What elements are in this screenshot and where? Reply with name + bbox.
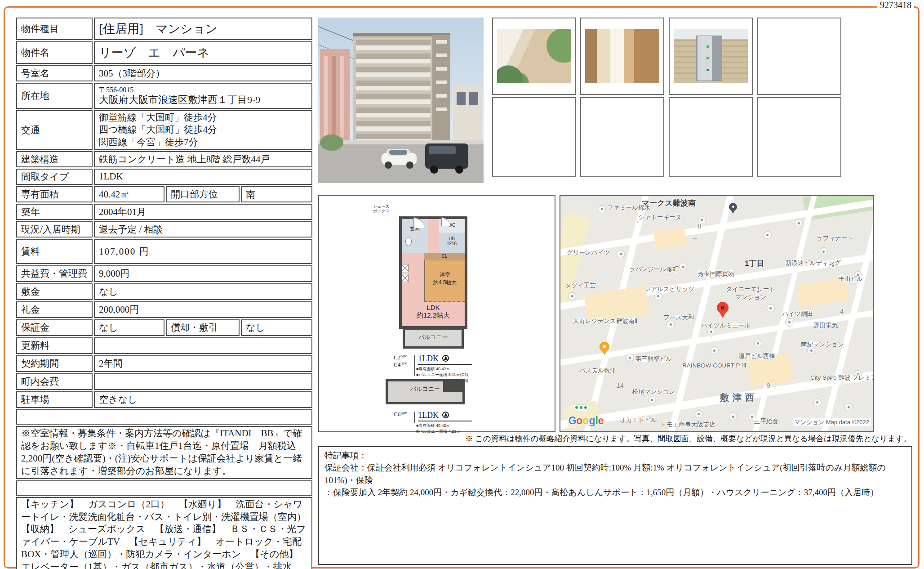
map-label: フーズ大和	[663, 314, 694, 322]
row-rent-value: 107,000 円	[94, 239, 312, 264]
row-status-label: 現況/入居時期	[16, 221, 93, 237]
map-pin[interactable]	[729, 412, 737, 421]
map-label: ハイツ綱田	[782, 310, 813, 318]
row-area-direction-value: 40.42㎡	[94, 186, 164, 202]
special-notes-title: 特記事項：	[324, 450, 906, 461]
wc-door-arc	[441, 217, 450, 226]
balcony-secondary: バルコニー	[386, 379, 465, 404]
map-pin[interactable]	[764, 231, 772, 239]
type-layout: 1LDK	[418, 411, 439, 420]
map-label: 松尾マンション	[632, 388, 675, 396]
map-pin[interactable]	[695, 410, 703, 418]
row-guarantee-value2: なし	[241, 319, 312, 336]
map-pin[interactable]	[626, 354, 634, 362]
row-area-direction-label2: 開口部方位	[166, 186, 240, 202]
property-location-pin[interactable]	[717, 302, 729, 314]
row-town-fee-value	[94, 373, 312, 390]
map-label: 第三興福ビル	[635, 355, 672, 363]
row-layout-type-value: 1LDK	[94, 169, 312, 185]
map-label: 大嵜レジデンス難波南Ⅱ	[573, 317, 637, 325]
special-notes-body: 保証会社：保証会社利用必須 オリコフォレントインシュア100 初回契約時:100…	[324, 461, 906, 499]
map-pin[interactable]	[729, 203, 737, 211]
row-address-label: 所在地	[16, 83, 93, 109]
map-pin[interactable]	[813, 399, 822, 407]
map-attribution: マンション Map data ©2022	[793, 418, 871, 426]
shoebox-label: シューズ ボックス	[373, 205, 400, 214]
map-label: レアルスピリッツ	[645, 285, 695, 293]
row-guarantee-label2: 償却・敷引	[166, 319, 240, 336]
one-way-arrow-icon: ←	[692, 233, 699, 242]
map-pin[interactable]	[568, 292, 576, 300]
mailbox-area-photo	[674, 29, 748, 83]
building-patch	[653, 226, 687, 250]
row-structure-value: 鉄筋コンクリート造 地上8階 総戸数44戸	[94, 151, 312, 167]
google-logo[interactable]: Google	[568, 415, 604, 427]
kitchen-fixture-icon	[402, 264, 409, 272]
map-pin[interactable]	[598, 205, 606, 213]
row-management-fee-value: 9,000円	[94, 265, 312, 282]
row-renewal-fee-label: 更新料	[16, 337, 93, 354]
row-built-year-value: 2004年01月	[94, 204, 312, 220]
map-pin[interactable]	[648, 396, 656, 404]
map-pin[interactable]	[754, 340, 762, 348]
row-contract-period-value: 2年間	[94, 355, 312, 372]
map-label: ラフィナート	[817, 234, 854, 242]
map-pin[interactable]	[820, 247, 828, 255]
map-label: シャトーキーヌ	[639, 213, 682, 221]
row-layout-type-label: 間取タイプ	[16, 169, 93, 185]
map-label: City Spire 難波 プレミア	[810, 374, 874, 382]
restaurant-pin[interactable]	[600, 342, 609, 352]
row-town-fee-label: 町内会費	[16, 373, 93, 390]
map-label: 新浪速ビルディング	[785, 259, 840, 267]
map-label: 秀友国際貿易	[698, 270, 734, 278]
row-property-type-label: 物件種目	[16, 18, 93, 40]
map-label: 敷津西	[720, 391, 757, 404]
row-parking-value: 空きなし	[94, 391, 312, 408]
mailbox-area-photo	[669, 18, 753, 95]
row-deposit-value: なし	[94, 283, 312, 300]
map-label: 南紀マンション	[801, 341, 844, 349]
equipment-text: 【キッチン】 ガスコンロ（2口） 【水廻り】 洗面台・シャワートイレ・洗髪洗面化…	[16, 497, 312, 569]
compass-icon	[442, 355, 449, 362]
map-label: ハイツルミエール	[701, 322, 751, 330]
map-pin[interactable]	[711, 346, 719, 354]
map-pin[interactable]	[654, 292, 662, 300]
section-equipment: 設 備	[16, 480, 312, 496]
building-exterior-photo	[318, 18, 484, 183]
map-disclaimer-note: ※ この資料は物件の概略紹介資料になります。写真、間取図面、設備、概要などが現況…	[465, 433, 911, 444]
entrance-corridor-photo	[580, 18, 664, 95]
map-label: タツイ工芸	[565, 282, 595, 290]
map-pin[interactable]	[795, 219, 803, 227]
ldk-label: LDK 約12.2帖大	[402, 304, 465, 320]
row-management-fee-label: 共益費・管理費	[16, 265, 93, 282]
location-map[interactable]: Google マンション Map data ©2022 ファミール錦水マークス難…	[560, 195, 874, 432]
row-guarantee-value: なし	[94, 319, 164, 336]
row-property-name-value: リーゾ エ パーネ	[94, 41, 312, 64]
row-address-value: 〒556-0015大阪府大阪市浪速区敷津西１丁目9-9	[94, 83, 312, 109]
section-remarks: 備 考	[16, 409, 312, 425]
map-pin[interactable]	[767, 304, 775, 312]
map-label: オカモトビル	[620, 416, 657, 424]
row-contract-period-label: 契約期間	[16, 355, 93, 372]
map-label: 平山ビル	[839, 275, 863, 283]
map-transit-icon	[573, 404, 589, 411]
map-pin[interactable]	[844, 403, 853, 411]
map-label: 三平給食	[754, 417, 778, 426]
western-room: 洋室 約4.5帖大	[424, 260, 465, 302]
row-area-direction-label: 専有面積	[16, 186, 93, 202]
document-id: 9273418	[877, 0, 914, 10]
map-pin[interactable]	[679, 263, 687, 271]
empty-photo-slot	[669, 97, 753, 177]
floorplan-panel: シューズ ボックス 玄関 WC UB 1216 CL 洋室 約4.5帖大 LDK…	[318, 195, 555, 432]
spec-table-body: 物件種目[住居用] マンション物件名リーゾ エ パーネ号室名305（3階部分）所…	[16, 18, 312, 569]
map-pin[interactable]	[617, 250, 625, 258]
map-label: タイコーエリート	[726, 285, 775, 293]
toilet-icon	[405, 237, 412, 246]
unit-bath: UB 1216	[439, 233, 465, 253]
map-label: RAINBOW COURT P-Ⅲ	[682, 362, 746, 369]
floorplan-type-c2c4: C2typeC4type 1LDK ■専有面積 40.42㎡ ■バルコニー面積 …	[394, 354, 488, 381]
row-rent-label: 賃料	[16, 239, 93, 264]
map-pin[interactable]	[666, 321, 675, 329]
row-room-number-value: 305（3階部分）	[94, 65, 312, 81]
map-label: 4	[840, 308, 844, 315]
